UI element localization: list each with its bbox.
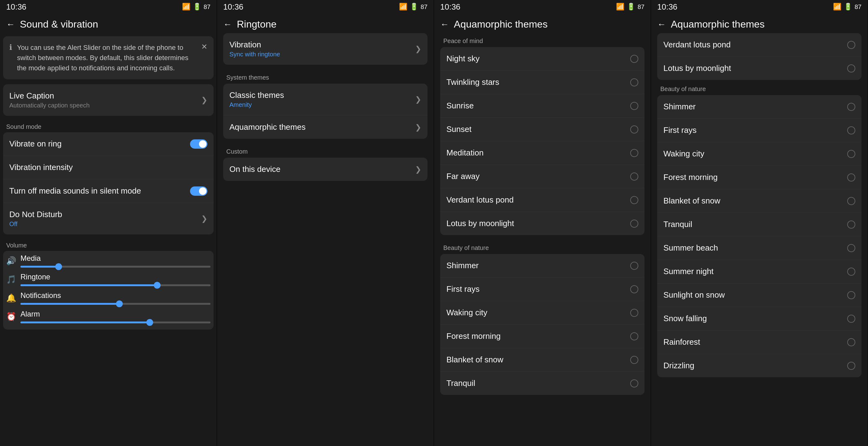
radio-button[interactable] <box>847 362 855 370</box>
radio-button[interactable] <box>847 126 855 134</box>
slider-track[interactable] <box>21 303 211 305</box>
list-card: Shimmer First rays Waking city Forest mo… <box>657 95 862 377</box>
settings-row[interactable]: Turn off media sounds in silent mode <box>3 179 214 203</box>
radio-button[interactable] <box>630 219 638 228</box>
list-item[interactable]: Vibration Sync with ringtone ❯ <box>223 33 428 65</box>
list-item[interactable]: Tranquil <box>440 372 645 395</box>
list-item[interactable]: Shimmer <box>657 95 862 118</box>
radio-button[interactable] <box>630 126 638 134</box>
list-item[interactable]: Classic themes Amenity ❯ <box>223 83 428 115</box>
settings-row[interactable]: Vibration intensity <box>3 156 214 179</box>
list-item[interactable]: Drizzling <box>657 354 862 377</box>
volume-icon: 🔔 <box>6 293 16 303</box>
radio-button[interactable] <box>630 173 638 180</box>
battery-percent: 87 <box>638 3 645 10</box>
list-item[interactable]: Forest morning <box>440 324 645 348</box>
list-item[interactable]: Lotus by moonlight <box>657 57 862 80</box>
list-item[interactable]: Tranquil <box>657 213 862 236</box>
list-item[interactable]: Far away <box>440 165 645 188</box>
settings-row[interactable]: Do Not Disturb Off ❯ <box>3 203 214 235</box>
radio-button[interactable] <box>847 338 855 346</box>
radio-button[interactable] <box>630 149 638 157</box>
radio-button[interactable] <box>847 41 855 49</box>
list-item[interactable]: Forest morning <box>657 166 862 189</box>
radio-button[interactable] <box>630 379 638 387</box>
status-bar: 10:36 📶 🔋 87 <box>651 0 868 13</box>
radio-button[interactable] <box>630 309 638 317</box>
radio-button[interactable] <box>630 356 638 364</box>
toggle[interactable] <box>190 139 207 149</box>
list-item[interactable]: Summer beach <box>657 236 862 260</box>
close-icon[interactable]: ✕ <box>201 42 207 51</box>
list-item[interactable]: Blanket of snow <box>657 189 862 213</box>
radio-button[interactable] <box>847 64 855 72</box>
item-title: Snow falling <box>663 314 847 323</box>
page-title: Aquamorphic themes <box>454 19 548 30</box>
list-item[interactable]: Verdant lotus pond <box>440 188 645 212</box>
live-caption-card: Live Caption Automatically caption speec… <box>3 84 214 116</box>
settings-row[interactable]: Vibrate on ring <box>3 132 214 156</box>
alert-text: You can use the Alert Slider on the side… <box>17 42 196 73</box>
section-label: Beauty of nature <box>437 240 648 254</box>
list-item[interactable]: Snow falling <box>657 307 862 331</box>
section-label: System themes <box>220 70 431 83</box>
slider-track[interactable] <box>21 284 211 286</box>
toggle[interactable] <box>190 186 207 196</box>
radio-button[interactable] <box>630 78 638 87</box>
volume-slider-row: ⏰ Alarm <box>6 310 211 328</box>
back-button[interactable]: ← <box>440 20 449 29</box>
slider-thumb[interactable] <box>116 301 123 307</box>
radio-button[interactable] <box>630 262 638 270</box>
item-title: Far away <box>446 172 630 181</box>
list-item[interactable]: Aquamorphic themes ❯ <box>223 115 428 139</box>
radio-button[interactable] <box>847 103 855 111</box>
list-item[interactable]: Summer night <box>657 260 862 283</box>
battery-icon: 🔋 <box>627 3 635 11</box>
radio-button[interactable] <box>847 173 855 181</box>
status-icons: 📶 🔋 87 <box>616 3 645 11</box>
radio-button[interactable] <box>847 291 855 299</box>
radio-button[interactable] <box>630 285 638 293</box>
radio-button[interactable] <box>847 244 855 252</box>
list-item[interactable]: Rainforest <box>657 331 862 354</box>
list-item[interactable]: Verdant lotus pond <box>657 33 862 57</box>
radio-button[interactable] <box>847 150 855 158</box>
slider-track[interactable] <box>21 266 211 268</box>
live-caption-title: Live Caption <box>9 91 201 101</box>
list-item[interactable]: Shimmer <box>440 254 645 277</box>
radio-button[interactable] <box>630 332 638 340</box>
slider-thumb[interactable] <box>154 282 161 289</box>
sound-mode-card: Vibrate on ring Vibration intensity Turn… <box>3 132 214 235</box>
list-item[interactable]: Sunset <box>440 118 645 141</box>
list-item[interactable]: Sunlight on snow <box>657 283 862 307</box>
list-item[interactable]: Waking city <box>440 301 645 324</box>
back-button[interactable]: ← <box>6 20 15 29</box>
live-caption-row[interactable]: Live Caption Automatically caption speec… <box>3 84 214 116</box>
list-item[interactable]: Night sky <box>440 47 645 71</box>
radio-button[interactable] <box>847 197 855 205</box>
radio-button[interactable] <box>847 268 855 276</box>
page-title: Aquamorphic themes <box>671 19 765 30</box>
radio-button[interactable] <box>630 102 638 110</box>
radio-button[interactable] <box>847 315 855 323</box>
list-item[interactable]: Twinkling stars <box>440 71 645 94</box>
battery-icon: 🔋 <box>410 3 418 11</box>
list-item[interactable]: Sunrise <box>440 94 645 118</box>
slider-track[interactable] <box>21 321 211 323</box>
radio-button[interactable] <box>630 196 638 204</box>
list-item[interactable]: Meditation <box>440 141 645 165</box>
slider-thumb[interactable] <box>55 263 62 270</box>
list-item[interactable]: Blanket of snow <box>440 348 645 372</box>
list-item[interactable]: First rays <box>440 277 645 301</box>
screen-content: Vibration Sync with ringtone ❯ System th… <box>217 33 434 446</box>
list-item[interactable]: First rays <box>657 118 862 142</box>
back-button[interactable]: ← <box>223 20 232 29</box>
slider-thumb[interactable] <box>146 319 153 326</box>
list-item[interactable]: On this device ❯ <box>223 158 428 181</box>
list-item[interactable]: Lotus by moonlight <box>440 212 645 235</box>
back-button[interactable]: ← <box>657 20 666 29</box>
radio-button[interactable] <box>847 220 855 229</box>
radio-button[interactable] <box>630 55 638 63</box>
volume-label: Alarm <box>21 310 211 318</box>
list-item[interactable]: Waking city <box>657 142 862 166</box>
